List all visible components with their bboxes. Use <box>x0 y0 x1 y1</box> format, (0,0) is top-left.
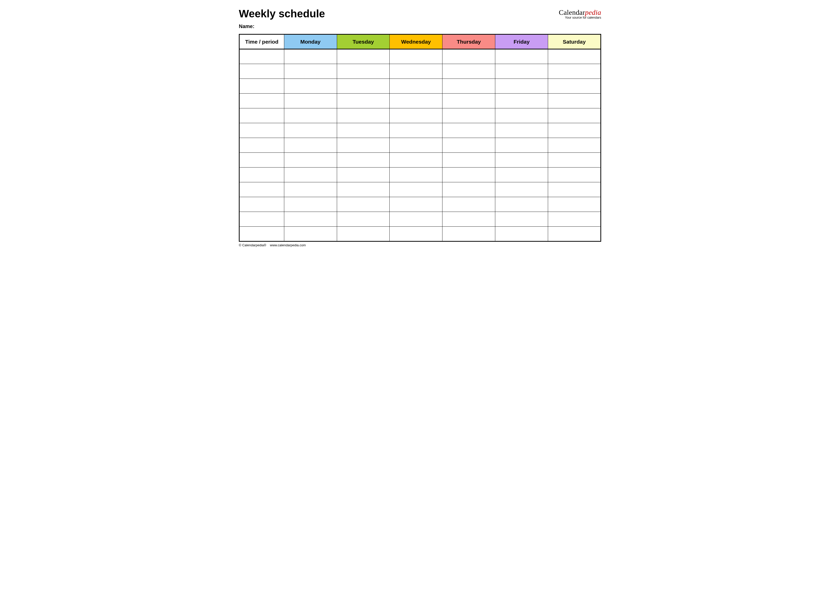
schedule-cell[interactable] <box>390 167 443 182</box>
schedule-cell[interactable] <box>548 197 601 212</box>
schedule-cell[interactable] <box>443 79 495 94</box>
schedule-cell[interactable] <box>548 153 601 167</box>
schedule-cell[interactable] <box>390 79 443 94</box>
schedule-cell[interactable] <box>495 64 548 79</box>
schedule-cell[interactable] <box>390 153 443 167</box>
schedule-cell[interactable] <box>548 109 601 123</box>
schedule-cell[interactable] <box>495 182 548 197</box>
schedule-cell[interactable] <box>495 167 548 182</box>
schedule-cell[interactable] <box>337 227 390 242</box>
schedule-cell[interactable] <box>548 227 601 242</box>
time-cell[interactable] <box>239 109 284 123</box>
time-cell[interactable] <box>239 212 284 227</box>
schedule-cell[interactable] <box>495 109 548 123</box>
schedule-cell[interactable] <box>390 49 443 64</box>
time-cell[interactable] <box>239 227 284 242</box>
schedule-cell[interactable] <box>443 109 495 123</box>
schedule-cell[interactable] <box>548 94 601 109</box>
schedule-cell[interactable] <box>495 123 548 138</box>
schedule-cell[interactable] <box>495 197 548 212</box>
schedule-cell[interactable] <box>443 182 495 197</box>
schedule-cell[interactable] <box>284 138 337 153</box>
schedule-cell[interactable] <box>495 79 548 94</box>
schedule-cell[interactable] <box>284 94 337 109</box>
schedule-cell[interactable] <box>495 153 548 167</box>
schedule-cell[interactable] <box>284 227 337 242</box>
footer-copyright: © Calendarpedia® <box>239 243 266 247</box>
schedule-cell[interactable] <box>337 167 390 182</box>
schedule-cell[interactable] <box>390 197 443 212</box>
schedule-cell[interactable] <box>390 212 443 227</box>
header: Weekly schedule Name: Calendarpedia Your… <box>239 8 601 34</box>
time-cell[interactable] <box>239 123 284 138</box>
schedule-cell[interactable] <box>443 153 495 167</box>
schedule-cell[interactable] <box>390 138 443 153</box>
schedule-cell[interactable] <box>390 123 443 138</box>
schedule-cell[interactable] <box>284 153 337 167</box>
schedule-cell[interactable] <box>548 138 601 153</box>
schedule-cell[interactable] <box>443 123 495 138</box>
schedule-cell[interactable] <box>495 94 548 109</box>
time-cell[interactable] <box>239 182 284 197</box>
schedule-cell[interactable] <box>390 109 443 123</box>
schedule-cell[interactable] <box>284 123 337 138</box>
schedule-cell[interactable] <box>443 227 495 242</box>
schedule-cell[interactable] <box>443 49 495 64</box>
schedule-cell[interactable] <box>390 182 443 197</box>
schedule-cell[interactable] <box>284 109 337 123</box>
schedule-cell[interactable] <box>548 49 601 64</box>
schedule-cell[interactable] <box>443 94 495 109</box>
schedule-cell[interactable] <box>284 49 337 64</box>
time-cell[interactable] <box>239 197 284 212</box>
table-row <box>239 212 601 227</box>
schedule-cell[interactable] <box>337 64 390 79</box>
schedule-cell[interactable] <box>337 212 390 227</box>
schedule-cell[interactable] <box>548 182 601 197</box>
schedule-cell[interactable] <box>390 64 443 79</box>
col-header-saturday: Saturday <box>548 34 601 49</box>
schedule-cell[interactable] <box>495 49 548 64</box>
schedule-cell[interactable] <box>548 212 601 227</box>
schedule-cell[interactable] <box>337 79 390 94</box>
schedule-cell[interactable] <box>443 167 495 182</box>
schedule-cell[interactable] <box>390 227 443 242</box>
brand-suffix: pedia <box>585 9 601 16</box>
schedule-cell[interactable] <box>337 123 390 138</box>
col-header-monday: Monday <box>284 34 337 49</box>
schedule-cell[interactable] <box>548 167 601 182</box>
schedule-cell[interactable] <box>495 227 548 242</box>
schedule-cell[interactable] <box>548 79 601 94</box>
schedule-cell[interactable] <box>443 197 495 212</box>
schedule-cell[interactable] <box>284 212 337 227</box>
table-row <box>239 182 601 197</box>
schedule-cell[interactable] <box>443 138 495 153</box>
schedule-cell[interactable] <box>337 197 390 212</box>
time-cell[interactable] <box>239 94 284 109</box>
schedule-cell[interactable] <box>284 182 337 197</box>
time-cell[interactable] <box>239 138 284 153</box>
schedule-cell[interactable] <box>337 153 390 167</box>
time-cell[interactable] <box>239 153 284 167</box>
schedule-cell[interactable] <box>495 138 548 153</box>
schedule-cell[interactable] <box>337 138 390 153</box>
schedule-cell[interactable] <box>284 197 337 212</box>
schedule-cell[interactable] <box>443 64 495 79</box>
time-cell[interactable] <box>239 79 284 94</box>
schedule-cell[interactable] <box>284 64 337 79</box>
header-left: Weekly schedule Name: <box>239 8 325 34</box>
schedule-cell[interactable] <box>443 212 495 227</box>
schedule-cell[interactable] <box>390 94 443 109</box>
schedule-cell[interactable] <box>337 49 390 64</box>
schedule-cell[interactable] <box>548 64 601 79</box>
schedule-cell[interactable] <box>337 109 390 123</box>
brand-prefix: Calendar <box>559 9 585 16</box>
time-cell[interactable] <box>239 167 284 182</box>
time-cell[interactable] <box>239 49 284 64</box>
schedule-cell[interactable] <box>284 79 337 94</box>
schedule-cell[interactable] <box>548 123 601 138</box>
schedule-cell[interactable] <box>337 94 390 109</box>
schedule-cell[interactable] <box>495 212 548 227</box>
schedule-cell[interactable] <box>337 182 390 197</box>
schedule-cell[interactable] <box>284 167 337 182</box>
time-cell[interactable] <box>239 64 284 79</box>
